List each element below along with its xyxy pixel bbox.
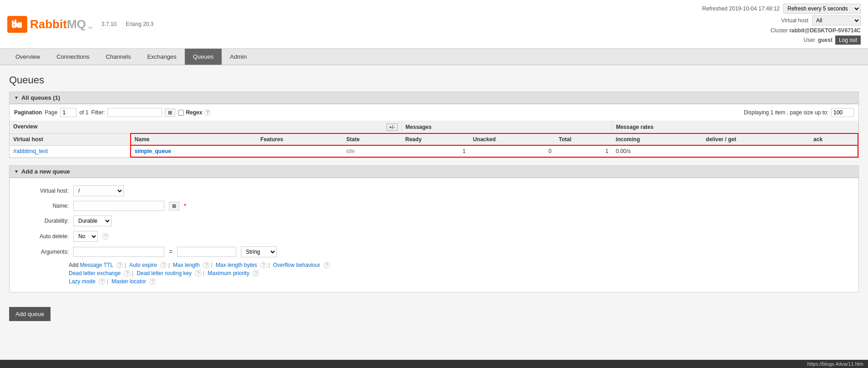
add-queue-section: Virtual host: / /rabbitmq_test Name: ⊞ *… <box>9 178 859 292</box>
required-star: * <box>184 202 186 210</box>
vhost-form-select[interactable]: / /rabbitmq_test <box>73 185 124 196</box>
add-queue-form: Virtual host: / /rabbitmq_test Name: ⊞ *… <box>10 178 858 292</box>
max-length-bytes-help-icon[interactable]: ? <box>260 262 267 268</box>
message-ttl-help-icon[interactable]: ? <box>117 262 123 268</box>
add-links-row1: Add Message TTL ? | Auto expire ? | Max … <box>69 262 849 268</box>
arguments-form-row: Arguments: = String Number Boolean List <box>19 246 849 257</box>
td-total: 1 <box>555 145 612 157</box>
durability-form-select[interactable]: Durable Transient <box>73 215 112 226</box>
vhost-form-label: Virtual host: <box>19 188 69 194</box>
refresh-select[interactable]: Refresh every 5 seconds Refresh every 10… <box>783 4 861 14</box>
max-length-help-icon[interactable]: ? <box>203 262 209 268</box>
arguments-key-input[interactable] <box>73 247 164 257</box>
td-ack <box>810 145 858 157</box>
sep3: | <box>211 262 214 268</box>
th-ack: ack <box>810 133 858 145</box>
arg-link-overflow-behaviour[interactable]: Overflow behaviour <box>273 262 320 268</box>
td-virtual-host[interactable]: /rabbitmq_test <box>10 145 131 157</box>
sep4: | <box>269 262 271 268</box>
overflow-behaviour-help-icon[interactable]: ? <box>324 262 330 268</box>
durability-form-row: Durability: Durable Transient <box>19 215 849 226</box>
auto-delete-form-row: Auto delete: No Yes ? <box>19 231 849 242</box>
regex-help-icon[interactable]: ? <box>204 109 211 116</box>
cluster-label: Cluster <box>771 27 788 34</box>
brand-trademark: ™ <box>88 26 92 33</box>
pagination-bar: Pagination Page of 1 Filter: ⊞ Regex ? D… <box>10 104 858 121</box>
version-label: 3.7.10 <box>102 21 117 27</box>
arguments-val-input[interactable] <box>177 247 236 257</box>
nav-exchanges[interactable]: Exchanges <box>139 49 184 65</box>
queue-tbody: /rabbitmq_testsimple_queueidle1010.00/s <box>10 145 858 157</box>
page-input[interactable] <box>60 108 76 117</box>
td-name[interactable]: simple_queue <box>131 145 257 157</box>
arg-link-maximum-priority[interactable]: Maximum priority <box>208 270 249 276</box>
arg-link-dead-letter-exchange[interactable]: Dead letter exchange <box>69 270 121 276</box>
page-size-area: Displaying 1 item , page size up to: <box>744 108 854 117</box>
nav-admin[interactable]: Admin <box>222 49 255 65</box>
lazy-mode-help-icon[interactable]: ? <box>99 278 105 285</box>
plus-minus-button[interactable]: +/- <box>386 123 398 131</box>
filter-button[interactable]: ⊞ <box>165 108 175 117</box>
sep5: | <box>132 270 135 276</box>
arg-link-max-length-bytes[interactable]: Max length bytes <box>216 262 257 268</box>
nav-overview[interactable]: Overview <box>7 49 48 65</box>
erlang-label: Erlang 20.3 <box>126 21 153 27</box>
name-icon-button[interactable]: ⊞ <box>169 202 179 210</box>
td-unacked: 0 <box>469 145 555 157</box>
all-queues-label: All queues (1) <box>21 94 60 101</box>
add-queue-button[interactable]: Add queue <box>9 307 51 321</box>
table-row: /rabbitmq_testsimple_queueidle1010.00/s <box>10 145 858 157</box>
arg-link-master-locator[interactable]: Master locator <box>112 278 146 285</box>
td-deliver-get <box>702 145 810 157</box>
auto-expire-help-icon[interactable]: ? <box>160 262 167 268</box>
messages-col-group: Messages <box>401 121 612 133</box>
all-queues-section-header[interactable]: ▼ All queues (1) <box>9 92 859 104</box>
arg-link-auto-expire[interactable]: Auto expire <box>129 262 157 268</box>
user-row: User guest Log out <box>804 36 861 45</box>
nav-queues[interactable]: Queues <box>185 49 222 65</box>
vhost-label: Virtual host <box>781 17 808 24</box>
logout-button[interactable]: Log out <box>835 36 861 45</box>
dead-letter-exchange-help-icon[interactable]: ? <box>124 270 130 276</box>
filter-input[interactable] <box>107 108 162 117</box>
of-label: of 1 <box>79 109 88 116</box>
td-state: idle <box>343 145 402 157</box>
add-queue-section-header[interactable]: ▼ Add a new queue <box>9 165 859 178</box>
refresh-row: Refreshed 2019-10-04 17:48:12 Refresh ev… <box>702 4 861 14</box>
regex-checkbox[interactable] <box>178 110 184 116</box>
name-form-row: Name: ⊞ * <box>19 201 849 211</box>
logo-icon <box>7 16 27 33</box>
header-right: Refreshed 2019-10-04 17:48:12 Refresh ev… <box>702 4 861 45</box>
regex-label-text: Regex <box>186 109 202 116</box>
cluster-row: Cluster rabbit@DESKTOP-5V6714C <box>771 27 861 34</box>
auto-delete-help-icon[interactable]: ? <box>102 233 109 240</box>
th-incoming: incoming <box>612 133 702 145</box>
sep1: | <box>125 262 127 268</box>
overview-col-group: Overview +/- <box>10 121 401 133</box>
th-unacked: Unacked <box>469 133 555 145</box>
arg-link-max-length[interactable]: Max length <box>173 262 200 268</box>
page-size-input[interactable] <box>831 108 854 117</box>
th-virtual-host: Virtual host <box>10 133 131 145</box>
arg-link-message-ttl[interactable]: Message TTL <box>80 262 113 268</box>
vhost-select[interactable]: All / /rabbitmq_test <box>812 15 861 26</box>
master-locator-help-icon[interactable]: ? <box>149 278 156 285</box>
queues-table: Overview +/- Messages Message rates Virt… <box>10 121 858 158</box>
td-ready: 1 <box>401 145 469 157</box>
th-features: Features <box>257 133 343 145</box>
overview-label: Overview <box>13 123 37 130</box>
auto-delete-form-select[interactable]: No Yes <box>73 231 98 242</box>
td-features <box>257 145 343 157</box>
vhost-row: Virtual host All / /rabbitmq_test <box>781 15 861 26</box>
nav-connections[interactable]: Connections <box>48 49 97 65</box>
dead-letter-routing-key-help-icon[interactable]: ? <box>195 270 201 276</box>
name-form-input[interactable] <box>73 201 164 211</box>
nav-channels[interactable]: Channels <box>97 49 139 65</box>
status-bar: https://blogs.4dvar11.htm <box>0 360 868 361</box>
arg-link-dead-letter-routing-key[interactable]: Dead letter routing key <box>137 270 192 276</box>
arguments-type-select[interactable]: String Number Boolean List <box>241 246 277 257</box>
maximum-priority-help-icon[interactable]: ? <box>253 270 259 276</box>
arg-link-lazy-mode[interactable]: Lazy mode <box>69 278 96 285</box>
page-label: Page <box>45 109 57 116</box>
th-state: State <box>343 133 402 145</box>
